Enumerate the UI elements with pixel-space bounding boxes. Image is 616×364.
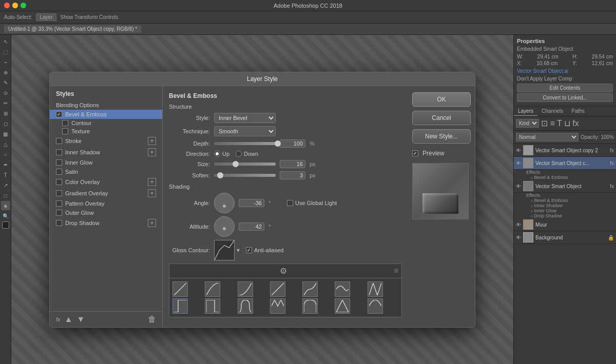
new-style-button[interactable]: New Style... xyxy=(412,129,471,144)
contour-preview[interactable] xyxy=(214,240,235,260)
bevel-emboss-item[interactable]: Bevel & Emboss xyxy=(50,110,162,119)
layer-item-2[interactable]: 👁 Vector Smart Object c... fx xyxy=(514,157,616,170)
contour-thumb-10[interactable] xyxy=(238,298,253,314)
contour-thumb-9[interactable] xyxy=(205,298,220,314)
gradient-tool[interactable]: ▦ xyxy=(1,129,10,138)
size-slider[interactable] xyxy=(214,163,276,166)
layer-item-5[interactable]: 👁 Background 🔒 xyxy=(514,231,616,244)
healing-tool[interactable]: ⊙ xyxy=(1,88,10,97)
blending-options-item[interactable]: Blending Options xyxy=(50,100,162,110)
pen-tool[interactable]: ✒ xyxy=(1,160,10,169)
depth-input[interactable]: 100 xyxy=(280,139,305,148)
brush-tool[interactable]: ✏ xyxy=(1,98,10,108)
outer-glow-checkbox[interactable] xyxy=(56,210,62,216)
visibility-icon-5[interactable]: 👁 xyxy=(516,235,521,240)
satin-checkbox[interactable] xyxy=(56,169,62,175)
contour-thumb-11[interactable] xyxy=(270,298,285,314)
inner-glow-item[interactable]: Inner Glow xyxy=(50,158,162,167)
kind-select[interactable]: Kind xyxy=(516,119,539,128)
visibility-icon-3[interactable]: 👁 xyxy=(516,184,521,189)
visibility-icon-1[interactable]: 👁 xyxy=(516,148,521,153)
contour-thumb-3[interactable] xyxy=(238,281,253,297)
bevel-emboss-checkbox[interactable] xyxy=(56,111,62,117)
drop-shadow-add-btn[interactable]: + xyxy=(148,219,156,227)
dodge-tool[interactable]: ○ xyxy=(1,150,10,159)
maximize-button[interactable] xyxy=(21,3,26,8)
foreground-color[interactable] xyxy=(2,221,9,229)
convert-linked-btn[interactable]: Convert to Linked... xyxy=(517,93,613,102)
stroke-item[interactable]: Stroke + xyxy=(50,135,162,147)
crop-tool[interactable]: ⊕ xyxy=(1,68,10,77)
cancel-button[interactable]: Cancel xyxy=(412,111,471,125)
ok-button[interactable]: OK xyxy=(412,92,471,107)
depth-slider[interactable] xyxy=(214,142,276,145)
size-input[interactable]: 16 xyxy=(280,160,305,168)
zoom-tool[interactable]: 🔍 xyxy=(1,211,10,220)
document-tab[interactable]: Untitled-1 @ 33,3% (Vector Smart Object … xyxy=(4,25,141,33)
altitude-dial[interactable] xyxy=(214,216,235,237)
inner-shadow-item[interactable]: Inner Shadow + xyxy=(50,147,162,158)
texture-sub-item[interactable]: Texture xyxy=(50,127,162,135)
angle-dial[interactable] xyxy=(214,193,235,213)
edit-contents-btn[interactable]: Edit Contents xyxy=(517,84,613,92)
altitude-input[interactable]: 42 xyxy=(239,223,264,231)
contour-thumb-4[interactable] xyxy=(270,281,285,297)
stroke-checkbox[interactable] xyxy=(56,138,62,144)
delete-style-btn[interactable]: 🗑 xyxy=(148,315,156,324)
shape-tool[interactable]: □ xyxy=(1,191,10,200)
layer-item-4[interactable]: 👁 Muur xyxy=(514,218,616,231)
soften-slider[interactable] xyxy=(214,174,276,177)
style-select[interactable]: Inner Bevel Outer Bevel Emboss xyxy=(214,113,276,123)
inner-shadow-checkbox[interactable] xyxy=(56,149,62,155)
color-overlay-checkbox[interactable] xyxy=(56,179,62,185)
outer-glow-item[interactable]: Outer Glow xyxy=(50,208,162,217)
anti-aliased-checkbox[interactable] xyxy=(246,247,252,253)
contour-sub-item[interactable]: Contour xyxy=(50,119,162,127)
lasso-tool[interactable]: ⌁ xyxy=(1,57,10,67)
color-overlay-item[interactable]: Color Overlay + xyxy=(50,176,162,188)
drop-shadow-checkbox[interactable] xyxy=(56,220,62,226)
pattern-overlay-checkbox[interactable] xyxy=(56,200,62,207)
contour-checkbox[interactable] xyxy=(62,120,68,126)
drop-shadow-item[interactable]: Drop Shadow + xyxy=(50,217,162,229)
contour-grid-gear[interactable]: ⚙ xyxy=(280,266,287,276)
layer-item-1[interactable]: 👁 Vector Smart Object copy 2 fx xyxy=(514,144,616,157)
visibility-icon-2[interactable]: 👁 xyxy=(516,160,521,166)
angle-input[interactable]: -36 xyxy=(239,199,264,207)
direction-up-option[interactable]: Up xyxy=(214,151,229,157)
inner-shadow-add-btn[interactable]: + xyxy=(148,148,156,156)
move-up-btn[interactable]: ▲ xyxy=(65,315,73,324)
direction-up-radio[interactable] xyxy=(214,151,220,157)
layers-tab[interactable]: Layers xyxy=(514,107,537,116)
gradient-overlay-item[interactable]: Gradient Overlay + xyxy=(50,188,162,199)
contour-thumb-1[interactable] xyxy=(172,281,188,297)
eyedropper-tool[interactable]: ✎ xyxy=(1,78,10,87)
soften-input[interactable]: 3 xyxy=(280,171,305,179)
move-down-btn[interactable]: ▼ xyxy=(76,315,85,324)
direction-down-option[interactable]: Down xyxy=(236,151,258,157)
3d-tool[interactable]: ◈ xyxy=(1,201,10,210)
path-select[interactable]: ↗ xyxy=(1,180,10,190)
channels-tab[interactable]: Channels xyxy=(537,107,567,116)
inner-glow-checkbox[interactable] xyxy=(56,159,62,166)
direction-down-radio[interactable] xyxy=(236,151,242,157)
stroke-add-btn[interactable]: + xyxy=(148,137,156,145)
blur-tool[interactable]: △ xyxy=(1,139,10,149)
preview-checkbox[interactable] xyxy=(412,150,418,156)
paths-tab[interactable]: Paths xyxy=(567,107,589,116)
layer-item-3[interactable]: 👁 Vector Smart Object fx xyxy=(514,180,616,193)
color-overlay-add-btn[interactable]: + xyxy=(148,178,156,186)
layer-select[interactable]: Layer xyxy=(36,13,56,21)
contour-thumb-5[interactable] xyxy=(302,281,318,297)
gradient-overlay-add-btn[interactable]: + xyxy=(148,189,156,197)
contour-thumb-13[interactable] xyxy=(335,298,350,314)
global-light-checkbox[interactable] xyxy=(287,200,293,206)
blend-mode-select[interactable]: Normal xyxy=(516,133,579,141)
visibility-icon-4[interactable]: 👁 xyxy=(516,222,521,228)
select-tool[interactable]: ⬚ xyxy=(1,47,10,56)
texture-checkbox[interactable] xyxy=(62,128,68,134)
type-tool[interactable]: T xyxy=(1,170,10,179)
contour-thumb-14[interactable] xyxy=(368,298,383,314)
contour-thumb-2[interactable] xyxy=(205,281,220,297)
contour-thumb-6[interactable] xyxy=(335,281,350,297)
